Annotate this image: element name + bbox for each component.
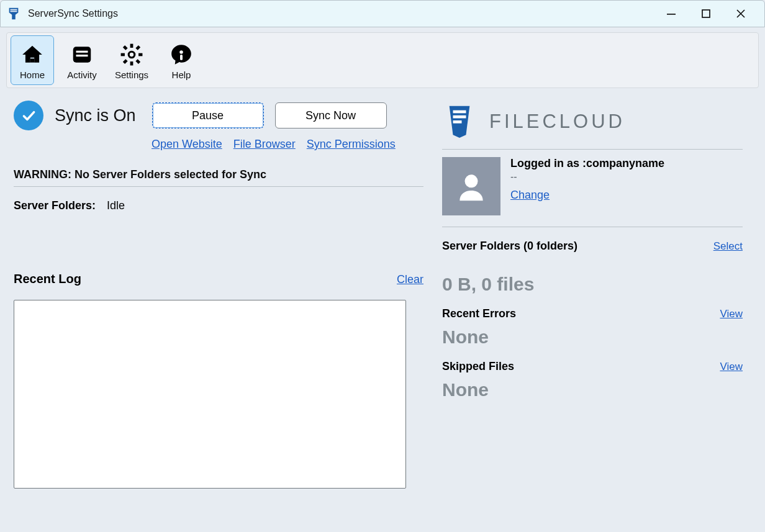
svg-point-19 xyxy=(465,174,478,187)
tab-activity[interactable]: Activity xyxy=(60,35,104,85)
titlebar: ServerSync Settings xyxy=(0,0,765,27)
svg-rect-7 xyxy=(130,61,134,65)
logged-in-line: Logged in as :companyname xyxy=(510,157,664,170)
divider xyxy=(14,186,423,187)
sync-links: Open Website File Browser Sync Permissio… xyxy=(152,138,423,151)
filecloud-logo-icon xyxy=(442,103,477,140)
tab-label: Activity xyxy=(67,70,97,80)
view-skipped-link[interactable]: View xyxy=(720,361,743,373)
file-browser-link[interactable]: File Browser xyxy=(233,138,296,151)
view-errors-link[interactable]: View xyxy=(720,308,743,320)
svg-rect-11 xyxy=(135,59,140,64)
tab-label: Settings xyxy=(115,70,148,80)
server-folders-value: Idle xyxy=(107,199,125,212)
skipped-files-value: None xyxy=(442,379,743,400)
tab-label: Home xyxy=(20,70,45,80)
storage-summary: 0 B, 0 files xyxy=(442,274,743,295)
select-folders-link[interactable]: Select xyxy=(713,240,743,253)
svg-point-14 xyxy=(179,50,183,54)
svg-rect-18 xyxy=(453,120,462,124)
server-folders-status: Server Folders: Idle xyxy=(14,199,423,212)
svg-rect-1 xyxy=(702,10,710,17)
window-title: ServerSync Settings xyxy=(28,8,663,19)
svg-rect-10 xyxy=(123,45,128,50)
gear-icon xyxy=(119,42,144,67)
avatar xyxy=(442,157,500,215)
home-icon xyxy=(20,42,45,67)
recent-errors-value: None xyxy=(442,327,743,348)
svg-rect-12 xyxy=(135,45,140,50)
help-icon xyxy=(169,42,194,67)
pause-button[interactable]: Pause xyxy=(152,102,264,128)
sync-status-icon xyxy=(14,101,43,130)
activity-icon xyxy=(70,42,94,67)
server-folders-label: Server Folders: xyxy=(14,199,96,212)
divider xyxy=(442,149,743,150)
clear-log-link[interactable]: Clear xyxy=(397,273,423,286)
account-subline: -- xyxy=(510,171,664,183)
svg-rect-15 xyxy=(180,55,183,60)
maximize-button[interactable] xyxy=(697,5,715,22)
right-panel: FILECLOUD Logged in as :companyname -- C… xyxy=(442,101,743,489)
svg-rect-9 xyxy=(138,53,142,56)
divider xyxy=(442,227,743,227)
window-buttons xyxy=(663,5,749,22)
server-folders-header: Server Folders (0 folders) xyxy=(442,240,577,253)
svg-rect-5 xyxy=(76,55,88,56)
brand-name: FILECLOUD xyxy=(489,110,625,133)
recent-errors-label: Recent Errors xyxy=(442,307,516,320)
logged-in-username: companyname xyxy=(586,157,664,169)
tab-label: Help xyxy=(172,70,191,80)
left-panel: Sync is On Pause Sync Now Open Website F… xyxy=(14,101,423,489)
svg-rect-6 xyxy=(130,43,134,47)
skipped-files-label: Skipped Files xyxy=(442,360,514,373)
logged-in-prefix: Logged in as : xyxy=(510,157,586,169)
open-website-link[interactable]: Open Website xyxy=(152,138,222,151)
change-account-link[interactable]: Change xyxy=(510,189,550,202)
sync-permissions-link[interactable]: Sync Permissions xyxy=(307,138,396,151)
sync-now-button[interactable]: Sync Now xyxy=(275,102,387,128)
minimize-button[interactable] xyxy=(663,5,680,22)
svg-rect-13 xyxy=(123,59,128,64)
svg-rect-0 xyxy=(667,14,676,15)
svg-rect-2 xyxy=(30,58,34,62)
recent-log-box[interactable] xyxy=(14,300,406,489)
close-button[interactable] xyxy=(732,5,749,22)
recent-log-title: Recent Log xyxy=(14,272,397,286)
sync-status-text: Sync is On xyxy=(55,106,136,125)
svg-rect-16 xyxy=(453,110,466,114)
tab-home[interactable]: Home xyxy=(11,35,54,85)
app-icon xyxy=(7,7,20,20)
svg-rect-4 xyxy=(76,50,88,52)
warning-text: WARNING: No Server Folders selected for … xyxy=(14,168,423,181)
tab-help[interactable]: Help xyxy=(160,35,203,85)
svg-rect-8 xyxy=(121,53,125,56)
tab-settings[interactable]: Settings xyxy=(110,35,153,85)
svg-rect-17 xyxy=(453,115,466,119)
toolbar: Home Activity Settings Help xyxy=(6,32,759,88)
